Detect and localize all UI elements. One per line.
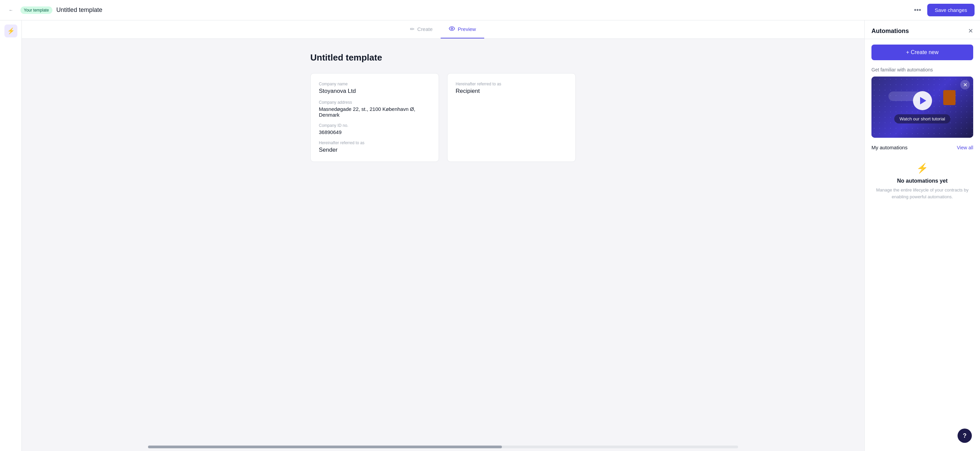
tabs-bar: ✏ Create Preview <box>22 21 864 39</box>
sender-referred-as-label: Hereinafter referred to as <box>319 140 430 145</box>
play-button-area[interactable]: Watch our short tutorial <box>894 91 951 124</box>
panel-body: + Create new Get familiar with automatio… <box>865 39 980 451</box>
familiar-title: Get familiar with automations <box>872 67 973 73</box>
back-button[interactable]: ← <box>5 5 16 16</box>
tab-create-label: Create <box>417 26 433 32</box>
no-auto-desc: Manage the entire lifecycle of your cont… <box>872 187 973 200</box>
svg-point-0 <box>451 27 453 29</box>
my-automations-row: My automations View all <box>872 145 973 150</box>
sender-card: Company name Stoyanova Ltd Company addre… <box>310 73 439 162</box>
your-template-badge: Your template <box>21 6 52 14</box>
view-all-link[interactable]: View all <box>957 145 973 150</box>
cards-row: Company name Stoyanova Ltd Company addre… <box>310 73 576 162</box>
company-address-label: Company address <box>319 100 430 105</box>
document-title-topbar: Untitled template <box>56 6 102 14</box>
topbar-right: ••• Save changes <box>912 4 975 16</box>
document-main-title: Untitled template <box>310 52 576 63</box>
scrollbar-thumb[interactable] <box>148 446 502 448</box>
company-name-value: Stoyanova Ltd <box>319 88 430 95</box>
recipient-referred-as-value: Recipient <box>456 88 567 95</box>
company-name-label: Company name <box>319 82 430 86</box>
automations-panel: Automations ✕ + Create new Get familiar … <box>864 21 980 451</box>
recipient-referred-as-label: Hereinafter referred to as <box>456 82 567 86</box>
tab-preview-label: Preview <box>458 26 476 32</box>
document-area: Untitled template Company name Stoyanova… <box>290 39 596 443</box>
panel-header: Automations ✕ <box>865 21 980 39</box>
topbar-left: ← Your template Untitled template <box>5 5 102 16</box>
video-close-button[interactable]: ✕ <box>960 80 970 89</box>
preview-tab-icon <box>449 26 455 32</box>
recipient-card: Hereinafter referred to as Recipient <box>447 73 576 162</box>
no-auto-title: No automations yet <box>897 178 947 184</box>
play-circle[interactable] <box>913 91 932 110</box>
create-tab-icon: ✏ <box>410 26 414 32</box>
back-icon: ← <box>8 8 13 13</box>
watch-label: Watch our short tutorial <box>894 114 951 124</box>
tutorial-video[interactable]: ✕ Watch our short tutorial <box>872 76 973 138</box>
panel-close-button[interactable]: ✕ <box>968 27 973 35</box>
company-id-value: 36890649 <box>319 129 430 135</box>
more-options-button[interactable]: ••• <box>912 4 923 16</box>
sender-referred-as-value: Sender <box>319 146 430 153</box>
play-triangle-icon <box>920 97 926 105</box>
create-new-button[interactable]: + Create new <box>872 44 973 60</box>
left-sidebar: ⚡ <box>0 21 22 451</box>
tab-create[interactable]: ✏ Create <box>402 21 441 38</box>
save-changes-button[interactable]: Save changes <box>927 4 975 16</box>
no-auto-lightning-icon: ⚡ <box>916 163 928 174</box>
horizontal-scrollbar[interactable] <box>148 446 738 448</box>
automations-sidebar-icon[interactable]: ⚡ <box>5 24 18 37</box>
help-button[interactable]: ? <box>958 429 972 443</box>
company-id-label: Company ID no. <box>319 123 430 128</box>
panel-title: Automations <box>872 27 909 35</box>
main-layout: ⚡ ✏ Create Preview Untitled <box>0 21 980 451</box>
topbar: ← Your template Untitled template ••• Sa… <box>0 0 980 21</box>
no-automations-area: ⚡ No automations yet Manage the entire l… <box>872 156 973 207</box>
tab-preview[interactable]: Preview <box>441 21 484 38</box>
center-content: ✏ Create Preview Untitled template <box>22 21 864 451</box>
my-automations-label: My automations <box>872 145 907 150</box>
company-address-value: Masnedøgade 22, st., 2100 København Ø, D… <box>319 106 430 118</box>
